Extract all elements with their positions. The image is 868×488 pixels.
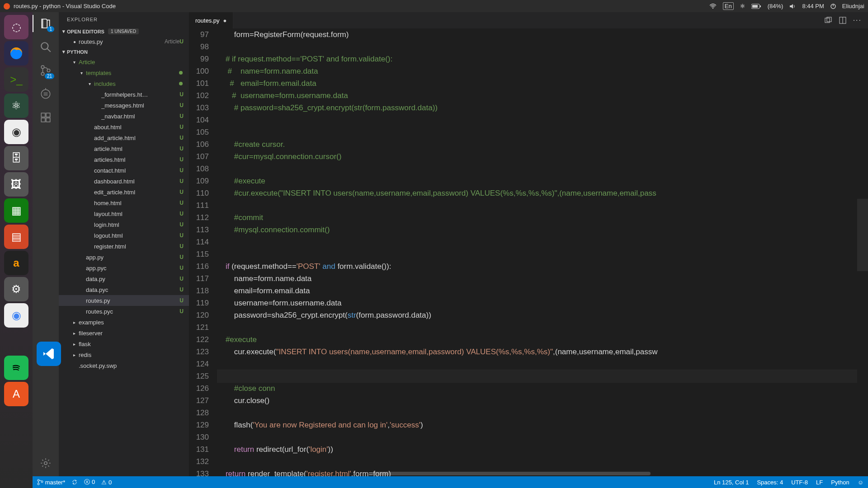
launcher-amazon[interactable]: a	[4, 251, 28, 275]
file-app-pyc[interactable]: app.pycU	[59, 263, 189, 273]
open-editor-item[interactable]: routes.py Article U	[59, 36, 189, 47]
scroll-thumb[interactable]	[373, 472, 651, 475]
launcher-vscode[interactable]	[37, 342, 61, 366]
file-article-html[interactable]: article.htmlU	[59, 143, 189, 154]
errors-count[interactable]: ⓧ 0	[84, 478, 95, 486]
editor-diff-icon[interactable]	[824, 16, 832, 24]
ubuntu-launcher: ◌ >_ ⚛ ◉ 🗄 🖼 ▦ ▤ a ⚙ ◉ A	[0, 12, 33, 488]
editor-split-icon[interactable]	[839, 16, 847, 24]
launcher-software[interactable]: A	[4, 382, 28, 406]
svg-line-9	[47, 48, 51, 52]
file-routes-pyc[interactable]: routes.pycU	[59, 306, 189, 317]
window-title: routes.py - python - Visual Studio Code	[14, 3, 116, 9]
activity-extensions[interactable]	[39, 111, 52, 124]
file--formhelpers-ht-[interactable]: _formhelpers.ht…U	[59, 89, 189, 100]
file-data-py[interactable]: data.pyU	[59, 273, 189, 284]
tab-routes[interactable]: routes.py ●	[189, 12, 233, 28]
folder-includes[interactable]: ▾includes	[59, 78, 189, 89]
file--messages-html[interactable]: _messages.htmlU	[59, 100, 189, 111]
launcher-chromium[interactable]: ◉	[4, 120, 28, 144]
folder-article[interactable]: ▾Article	[59, 56, 189, 67]
code-content[interactable]: form=RegisterForm(request.form) # if req…	[217, 28, 868, 476]
sync-icon[interactable]	[71, 479, 78, 485]
file-articles-html[interactable]: articles.htmlU	[59, 154, 189, 165]
file-register-html[interactable]: register.htmlU	[59, 241, 189, 252]
branch-label: master*	[45, 479, 66, 486]
code-editor[interactable]: 9798991001011021031041051061071081091101…	[189, 28, 868, 476]
unsaved-badge: 1 UNSAVED	[108, 28, 139, 34]
file-login-html[interactable]: login.htmlU	[59, 219, 189, 230]
git-branch[interactable]: master*	[37, 479, 65, 486]
project-header[interactable]: ▾ PYTHON	[59, 47, 189, 56]
file-dashboard-html[interactable]: dashboard.htmlU	[59, 176, 189, 187]
launcher-image-viewer[interactable]: 🖼	[4, 172, 28, 197]
launcher-impress[interactable]: ▤	[4, 225, 28, 249]
svg-rect-2	[752, 5, 758, 8]
file-contact-html[interactable]: contact.htmlU	[59, 165, 189, 176]
file-status: U	[179, 38, 184, 45]
encoding[interactable]: UTF-8	[791, 479, 808, 486]
file-data-pyc[interactable]: data.pycU	[59, 284, 189, 295]
bluetooth-icon[interactable]: ✱	[740, 3, 745, 9]
user-name[interactable]: Eliudnjai	[842, 3, 864, 9]
window-close-dot[interactable]	[4, 3, 10, 9]
launcher-dash[interactable]: ◌	[4, 15, 28, 39]
svg-rect-17	[41, 118, 45, 122]
activity-debug[interactable]	[39, 87, 52, 101]
folder-redis[interactable]: ▸redis	[59, 349, 189, 360]
file-about-html[interactable]: about.htmlU	[59, 122, 189, 132]
explorer-badge: 1	[47, 26, 54, 32]
minimap[interactable]	[857, 28, 868, 476]
explorer-sidebar: EXPLORER ▾ OPEN EDITORS 1 UNSAVED routes…	[59, 12, 189, 476]
power-icon[interactable]	[830, 4, 836, 9]
open-editors-header[interactable]: ▾ OPEN EDITORS 1 UNSAVED	[59, 27, 189, 36]
svg-point-19	[44, 462, 47, 465]
cursor-position[interactable]: Ln 125, Col 1	[714, 479, 749, 486]
activity-explorer[interactable]: 1	[39, 17, 52, 30]
launcher-calc[interactable]: ▦	[4, 198, 28, 223]
launcher-spotify[interactable]	[4, 356, 28, 380]
svg-point-11	[41, 72, 44, 75]
file-app-py[interactable]: app.pyU	[59, 252, 189, 263]
launcher-files[interactable]: 🗄	[4, 146, 28, 170]
launcher-firefox[interactable]	[4, 41, 28, 66]
wifi-icon[interactable]	[709, 4, 717, 9]
svg-point-0	[712, 7, 713, 8]
clock[interactable]: 8:44 PM	[802, 3, 824, 9]
folder-fileserver[interactable]: ▸fileserver	[59, 328, 189, 338]
file-edit-article-html[interactable]: edit_article.htmlU	[59, 187, 189, 197]
file-add-article-html[interactable]: add_article.htmlU	[59, 132, 189, 143]
activity-settings[interactable]	[39, 456, 52, 470]
folder-examples[interactable]: ▸examples	[59, 317, 189, 328]
language-indicator[interactable]: En	[723, 2, 734, 10]
editor-more-icon[interactable]: ···	[853, 16, 862, 24]
file-home-html[interactable]: home.htmlU	[59, 197, 189, 208]
svg-point-24	[38, 479, 39, 481]
warnings-count[interactable]: ⚠ 0	[101, 479, 112, 486]
folder-flask[interactable]: ▸flask	[59, 338, 189, 349]
launcher-terminal[interactable]: >_	[4, 67, 28, 92]
activity-scm[interactable]: 21	[39, 64, 52, 77]
file-logout-html[interactable]: logout.htmlU	[59, 230, 189, 241]
eol[interactable]: LF	[816, 479, 823, 486]
launcher-settings[interactable]: ⚙	[4, 277, 28, 301]
svg-point-13	[41, 89, 50, 99]
file-routes-py[interactable]: routes.pyU	[59, 295, 189, 306]
language-mode[interactable]: Python	[831, 479, 849, 486]
indent-setting[interactable]: Spaces: 4	[757, 479, 783, 486]
file--navbar-html[interactable]: _navbar.htmlU	[59, 111, 189, 122]
volume-icon[interactable]	[789, 4, 796, 9]
folder-templates[interactable]: ▾templates	[59, 67, 189, 78]
file--socket-py-swp[interactable]: .socket.py.swp	[59, 360, 189, 371]
horizontal-scrollbar[interactable]	[370, 471, 818, 476]
open-editor-filename: routes.py	[79, 38, 162, 45]
svg-point-25	[38, 483, 39, 485]
feedback-icon[interactable]: ☺	[858, 479, 863, 486]
file-layout-html[interactable]: layout.htmlU	[59, 208, 189, 219]
minimap-thumb[interactable]	[857, 199, 868, 271]
editor-area: routes.py ● ··· 979899100101102103104105…	[189, 12, 868, 476]
launcher-atom[interactable]: ⚛	[4, 94, 28, 118]
activity-search[interactable]	[39, 40, 52, 54]
launcher-chrome[interactable]: ◉	[4, 303, 28, 328]
system-menubar: routes.py - python - Visual Studio Code …	[0, 0, 868, 12]
